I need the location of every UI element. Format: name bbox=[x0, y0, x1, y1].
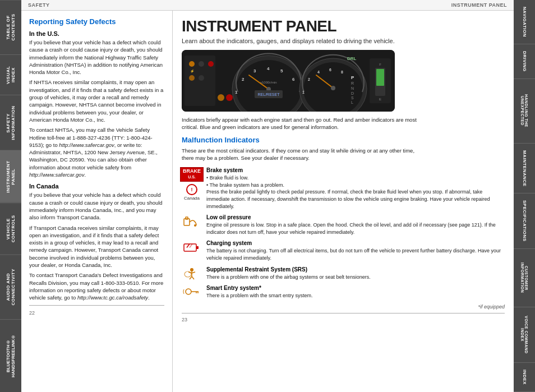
svg-text:P: P bbox=[351, 75, 354, 80]
svg-text:REL/RESET: REL/RESET bbox=[258, 93, 280, 96]
svg-point-44 bbox=[226, 94, 233, 101]
svg-rect-46 bbox=[186, 217, 188, 219]
sidebar-tab-vehicle[interactable]: VEHICLE CONTROLS bbox=[0, 202, 21, 255]
svg-text:1: 1 bbox=[235, 90, 238, 95]
malfunction-heading: Malfunction Indicators bbox=[182, 136, 505, 144]
main-content: SAFETY INSTRUMENT PANEL Reporting Safety… bbox=[21, 0, 514, 392]
sidebar-tab-bluetooth[interactable]: BLUETOOTH® HANDSFREELINK® bbox=[0, 319, 21, 392]
brake-text: Brake system • Brake fluid is low.• The … bbox=[206, 167, 505, 210]
svg-text:6: 6 bbox=[292, 77, 295, 82]
sidebar-tab-audio[interactable]: AUDIO AND CONNECTIVITY bbox=[0, 255, 21, 319]
svg-text:R: R bbox=[351, 81, 354, 85]
svg-text:E: E bbox=[379, 98, 381, 101]
instrument-panel-subtitle: Learn about the indicators, gauges, and … bbox=[182, 38, 505, 44]
svg-text:1: 1 bbox=[302, 90, 305, 94]
equipped-note: *if equipped bbox=[182, 304, 505, 310]
svg-text:F: F bbox=[379, 63, 381, 66]
smart-entry-desc: There is a problem with the smart entry … bbox=[206, 292, 505, 299]
page-number-left: 22 bbox=[29, 310, 164, 316]
battery-icon-container bbox=[182, 240, 202, 253]
canada-heading: In Canada bbox=[29, 183, 164, 190]
srs-desc: There is a problem with one of the airba… bbox=[206, 274, 505, 281]
svg-text:2: 2 bbox=[308, 77, 310, 81]
smart-entry-icon bbox=[183, 285, 201, 298]
sidebar-tab-navigation[interactable]: NAVIGATION bbox=[514, 0, 535, 44]
right-column: INSTRUMENT PANEL Learn about the indicat… bbox=[173, 11, 514, 392]
indicator-srs: Supplemental Restraint System (SRS) Ther… bbox=[182, 266, 505, 281]
top-bar-right: INSTRUMENT PANEL bbox=[451, 2, 507, 8]
srs-icon bbox=[183, 266, 201, 280]
sidebar-tab-specs[interactable]: SPECIFICATIONS bbox=[514, 193, 535, 249]
svg-point-6 bbox=[189, 75, 195, 81]
sidebar-tab-customer[interactable]: CUSTOMER INFORMATION bbox=[514, 249, 535, 307]
svg-line-55 bbox=[192, 272, 195, 273]
sidebar-tab-safety[interactable]: SAFETY INFORMATION bbox=[0, 95, 21, 151]
oil-title: Low oil pressure bbox=[206, 214, 505, 220]
battery-desc: The battery is not charging. Turn off al… bbox=[206, 247, 505, 261]
brake-title: Brake system bbox=[206, 167, 505, 173]
sidebar-tab-maintenance[interactable]: MAINTENANCE bbox=[514, 144, 535, 194]
srs-title: Supplemental Restraint System (SRS) bbox=[206, 266, 505, 273]
svg-point-3 bbox=[199, 61, 204, 67]
top-bar-left: SAFETY bbox=[28, 2, 50, 8]
indicator-oil: Low oil pressure Engine oil pressure is … bbox=[182, 214, 505, 236]
svg-line-57 bbox=[192, 276, 194, 279]
oil-pressure-icon bbox=[183, 214, 201, 228]
svg-text:4: 4 bbox=[317, 70, 320, 74]
sidebar-tab-driving[interactable]: DRIVING bbox=[514, 44, 535, 79]
sidebar-tab-index[interactable]: INDEX bbox=[514, 363, 535, 392]
instrument-panel-title: INSTRUMENT PANEL bbox=[182, 17, 505, 35]
sidebar-tab-voice[interactable]: VOICE COMMAND INDEX bbox=[514, 307, 535, 363]
svg-text:⚡: ⚡ bbox=[190, 69, 195, 73]
svg-point-4 bbox=[208, 61, 214, 67]
us-para-3: To contact NHTSA, you may call the Vehic… bbox=[29, 126, 164, 178]
page-number-right: 23 bbox=[182, 317, 505, 322]
indicator-battery: Charging system The battery is not charg… bbox=[182, 240, 505, 261]
brake-icon-us: BRAKEU.S. bbox=[180, 167, 204, 182]
right-sidebar: NAVIGATION DRIVING HANDLING THE UNEXPECT… bbox=[514, 0, 535, 392]
svg-text:N: N bbox=[351, 86, 354, 90]
brake-icon-container: BRAKEU.S. ! Canada bbox=[182, 167, 202, 201]
svg-text:2: 2 bbox=[242, 77, 245, 82]
sidebar-tab-visual[interactable]: VISUAL INDEX bbox=[0, 54, 21, 95]
battery-title: Charging system bbox=[206, 240, 505, 246]
svg-text:6: 6 bbox=[329, 68, 331, 72]
svg-text:4: 4 bbox=[267, 66, 270, 71]
svg-point-58 bbox=[185, 271, 191, 277]
left-column: Reporting Safety Defects In the U.S. If … bbox=[21, 11, 173, 392]
svg-point-7 bbox=[199, 75, 204, 81]
sidebar-tab-instrument[interactable]: INSTRUMENT PANEL bbox=[0, 150, 21, 202]
svg-rect-49 bbox=[196, 246, 199, 249]
oil-desc: Engine oil pressure is low. Stop in a sa… bbox=[206, 222, 505, 236]
us-para-2: If NHTSA receives similar complaints, it… bbox=[29, 79, 164, 123]
smart-entry-icon-container bbox=[182, 285, 202, 298]
charging-icon bbox=[183, 240, 201, 253]
indicator-brake: BRAKEU.S. ! Canada Brake system • Brake … bbox=[182, 167, 505, 210]
columns: Reporting Safety Defects In the U.S. If … bbox=[21, 11, 514, 392]
srs-icon-container bbox=[182, 266, 202, 280]
indicator-smart-entry: Smart Entry system* There is a problem w… bbox=[182, 285, 505, 299]
svg-point-43 bbox=[218, 94, 224, 101]
smart-entry-title: Smart Entry system* bbox=[206, 285, 505, 291]
top-bar: SAFETY INSTRUMENT PANEL bbox=[21, 0, 514, 11]
svg-text:8: 8 bbox=[341, 70, 343, 74]
svg-text:x1000r/min: x1000r/min bbox=[260, 81, 277, 84]
brake-icon-canada: ! bbox=[186, 184, 197, 195]
canada-para-2: If Transport Canada receives similar com… bbox=[29, 224, 164, 269]
canada-para-1: If you believe that your vehicle has a d… bbox=[29, 191, 164, 221]
oil-icon-container bbox=[182, 214, 202, 228]
svg-text:3: 3 bbox=[253, 68, 256, 73]
svg-text:DRL: DRL bbox=[347, 56, 357, 61]
canada-para-3: To contact Transport Canada's Defect Inv… bbox=[29, 271, 164, 301]
srs-text: Supplemental Restraint System (SRS) Ther… bbox=[206, 266, 505, 281]
svg-point-2 bbox=[189, 61, 195, 67]
svg-rect-48 bbox=[184, 244, 196, 251]
indicators-caption: Indicators briefly appear with each engi… bbox=[182, 116, 417, 131]
sidebar-tab-handling[interactable]: HANDLING THE UNEXPECTED bbox=[514, 79, 535, 144]
sidebar-tab-toc[interactable]: TABLE OF CONTENTS bbox=[0, 0, 21, 54]
svg-point-59 bbox=[186, 289, 191, 294]
dashboard-image: ⚡ 1 2 3 4 5 6 7 bbox=[182, 50, 395, 112]
brake-canada-label: Canada bbox=[184, 196, 200, 201]
svg-point-47 bbox=[194, 224, 196, 227]
svg-point-36 bbox=[331, 86, 335, 90]
